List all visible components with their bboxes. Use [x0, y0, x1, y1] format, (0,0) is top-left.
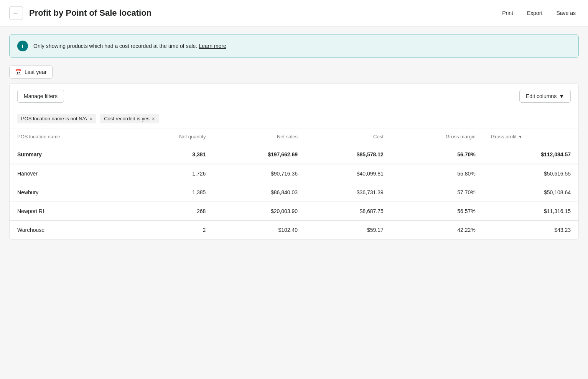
table-row: Newport RI 268 $20,003.90 $8,687.75 56.5…: [10, 202, 578, 221]
col-gross-profit[interactable]: Gross profit ▼: [483, 128, 578, 145]
page-container: ← Profit by Point of Sale location Print…: [0, 0, 588, 379]
summary-cost: $85,578.12: [305, 145, 391, 164]
row-1-net-sales: $86,840.03: [213, 183, 305, 202]
row-1-pos-location: Newbury: [10, 183, 128, 202]
col-pos-location: POS location name: [10, 128, 128, 145]
filter-tag-cost-recorded-label: Cost recorded is yes: [104, 116, 150, 121]
header: ← Profit by Point of Sale location Print…: [0, 0, 588, 26]
filter-tag-cost-recorded-remove[interactable]: ×: [152, 116, 155, 121]
learn-more-link[interactable]: Learn more: [199, 43, 226, 49]
filter-tag-pos-location: POS location name is not N/A ×: [17, 114, 96, 123]
filter-bar: 📅 Last year: [0, 66, 588, 83]
table-row: Newbury 1,385 $86,840.03 $36,731.39 57.7…: [10, 183, 578, 202]
row-0-net-sales: $90,716.36: [213, 164, 305, 183]
row-3-cost: $59.17: [305, 221, 391, 240]
print-button[interactable]: Print: [499, 8, 516, 18]
row-3-gross-margin: 42.22%: [391, 221, 483, 240]
row-1-cost: $36,731.39: [305, 183, 391, 202]
row-1-gross-margin: 57.70%: [391, 183, 483, 202]
col-gross-profit-label: Gross profit: [491, 134, 517, 139]
calendar-icon: 📅: [15, 69, 21, 75]
report-table: POS location name Net quantity Net sales…: [10, 128, 578, 239]
row-1-gross-profit: $50,108.64: [483, 183, 578, 202]
row-2-pos-location: Newport RI: [10, 202, 128, 221]
summary-net-quantity: 3,381: [128, 145, 213, 164]
filter-tag-pos-location-remove[interactable]: ×: [89, 116, 92, 121]
table-header-row: POS location name Net quantity Net sales…: [10, 128, 578, 145]
sort-desc-icon: ▼: [518, 135, 522, 139]
row-1-net-quantity: 1,385: [128, 183, 213, 202]
header-actions: Print Export Save as: [499, 8, 579, 18]
col-gross-margin: Gross margin: [391, 128, 483, 145]
toolbar: Manage filters Edit columns ▼: [10, 84, 578, 109]
chevron-down-icon: ▼: [559, 93, 564, 99]
col-net-sales: Net sales: [213, 128, 305, 145]
row-3-net-sales: $102.40: [213, 221, 305, 240]
date-filter-label: Last year: [25, 69, 47, 75]
summary-row: Summary 3,381 $197,662.69 $85,578.12 56.…: [10, 145, 578, 164]
edit-columns-label: Edit columns: [526, 93, 557, 99]
info-text: Only showing products which had a cost r…: [33, 43, 226, 49]
info-banner: i Only showing products which had a cost…: [9, 34, 579, 58]
main-card: Manage filters Edit columns ▼ POS locati…: [9, 83, 579, 240]
summary-gross-profit: $112,084.57: [483, 145, 578, 164]
col-cost: Cost: [305, 128, 391, 145]
table-row: Warehouse 2 $102.40 $59.17 42.22% $43.23: [10, 221, 578, 240]
date-filter-button[interactable]: 📅 Last year: [9, 66, 53, 79]
row-3-gross-profit: $43.23: [483, 221, 578, 240]
row-2-gross-margin: 56.57%: [391, 202, 483, 221]
row-3-pos-location: Warehouse: [10, 221, 128, 240]
edit-columns-button[interactable]: Edit columns ▼: [519, 90, 571, 103]
row-0-cost: $40,099.81: [305, 164, 391, 183]
summary-label: Summary: [10, 145, 128, 164]
back-button[interactable]: ←: [9, 6, 23, 20]
row-3-net-quantity: 2: [128, 221, 213, 240]
info-icon: i: [17, 41, 28, 51]
filter-tag-pos-location-label: POS location name is not N/A: [21, 116, 87, 121]
manage-filters-button[interactable]: Manage filters: [17, 90, 64, 103]
row-0-gross-profit: $50,616.55: [483, 164, 578, 183]
export-button[interactable]: Export: [524, 8, 545, 18]
row-0-net-quantity: 1,726: [128, 164, 213, 183]
summary-gross-margin: 56.70%: [391, 145, 483, 164]
filter-tag-cost-recorded: Cost recorded is yes ×: [100, 114, 159, 123]
row-0-gross-margin: 55.80%: [391, 164, 483, 183]
col-net-quantity: Net quantity: [128, 128, 213, 145]
table-row: Hanover 1,726 $90,716.36 $40,099.81 55.8…: [10, 164, 578, 183]
page-title: Profit by Point of Sale location: [29, 8, 499, 18]
row-2-cost: $8,687.75: [305, 202, 391, 221]
row-2-net-quantity: 268: [128, 202, 213, 221]
row-0-pos-location: Hanover: [10, 164, 128, 183]
row-2-gross-profit: $11,316.15: [483, 202, 578, 221]
active-filters: POS location name is not N/A × Cost reco…: [10, 109, 578, 128]
summary-net-sales: $197,662.69: [213, 145, 305, 164]
row-2-net-sales: $20,003.90: [213, 202, 305, 221]
save-as-button[interactable]: Save as: [553, 8, 579, 18]
